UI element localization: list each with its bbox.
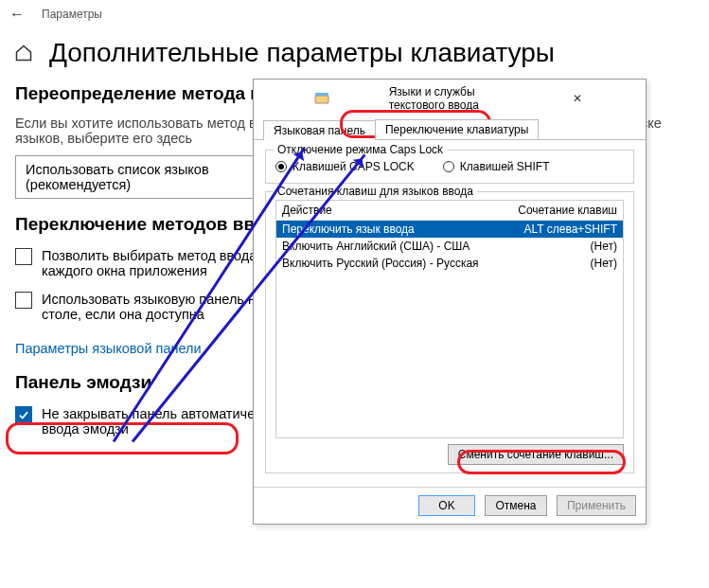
checkbox-icon [15, 406, 32, 423]
group-legend: Сочетания клавиш для языков ввода [274, 185, 477, 198]
dialog-footer: OK Отмена Применить [254, 487, 646, 524]
top-bar: ← Параметры [0, 0, 709, 28]
lang-panel-link[interactable]: Параметры языковой панели [15, 341, 202, 356]
close-icon[interactable]: ✕ [516, 92, 638, 105]
change-hotkey-button[interactable]: Сменить сочетание клавиш... [448, 444, 624, 465]
group-legend: Отключение режима Caps Lock [274, 143, 447, 156]
cell-keys: (Нет) [591, 257, 617, 270]
apply-button[interactable]: Применить [557, 495, 636, 516]
text-services-dialog: Языки и службы текстового ввода ✕ Языков… [253, 79, 647, 525]
cancel-button[interactable]: Отмена [485, 495, 546, 516]
cell-action: Включить Русский (Россия) - Русская [282, 257, 479, 270]
dialog-tabs: Языковая панель Переключение клавиатуры [254, 117, 646, 140]
svg-rect-1 [315, 93, 328, 96]
cell-keys: ALT слева+SHIFT [524, 223, 618, 236]
home-icon[interactable] [13, 43, 34, 63]
cell-keys: (Нет) [591, 240, 617, 253]
checkbox-icon [15, 248, 32, 265]
keyboard-icon [261, 91, 383, 106]
radio-label: Клавишей SHIFT [460, 160, 550, 173]
radio-shift[interactable]: Клавишей SHIFT [443, 160, 550, 173]
title-row: Дополнительные параметры клавиатуры [13, 38, 696, 68]
table-row[interactable]: Включить Английский (США) - США(Нет) [276, 238, 623, 255]
radio-icon [275, 161, 287, 172]
cell-action: Включить Английский (США) - США [282, 240, 470, 253]
default-method-dropdown[interactable]: Использовать список языков (рекомендуетс… [15, 155, 261, 199]
table-row[interactable]: Включить Русский (Россия) - Русская(Нет) [276, 255, 623, 272]
cell-action: Переключить язык ввода [282, 223, 415, 236]
change-hotkey-row: Сменить сочетание клавиш... [275, 444, 624, 465]
tab-keyboard-switch[interactable]: Переключение клавиатуры [375, 119, 539, 139]
radio-icon [443, 161, 454, 172]
topbar-label: Параметры [42, 8, 102, 21]
dialog-title: Языки и службы текстового ввода [389, 85, 511, 112]
group-capslock: Отключение режима Caps Lock Клавишей CAP… [265, 150, 634, 184]
back-icon[interactable]: ← [9, 6, 25, 23]
table-body[interactable]: Переключить язык вводаALT слева+SHIFT Вк… [275, 221, 624, 438]
col-action: Действие [282, 204, 332, 217]
checkbox-icon [15, 292, 32, 309]
page-title: Дополнительные параметры клавиатуры [49, 38, 555, 68]
svg-rect-0 [315, 96, 328, 103]
group-hotkeys: Сочетания клавиш для языков ввода Действ… [265, 191, 634, 473]
dialog-titlebar: Языки и службы текстового ввода ✕ [254, 80, 646, 117]
tab-language-panel[interactable]: Языковая панель [263, 120, 376, 140]
col-keys: Сочетание клавиш [518, 204, 617, 217]
radio-label: Клавишей CAPS LOCK [292, 160, 415, 173]
table-header: Действие Сочетание клавиш [275, 200, 624, 221]
dialog-body: Отключение режима Caps Lock Клавишей CAP… [254, 140, 646, 487]
table-row[interactable]: Переключить язык вводаALT слева+SHIFT [276, 221, 623, 238]
radio-capslock[interactable]: Клавишей CAPS LOCK [275, 160, 415, 173]
ok-button[interactable]: OK [418, 495, 475, 516]
